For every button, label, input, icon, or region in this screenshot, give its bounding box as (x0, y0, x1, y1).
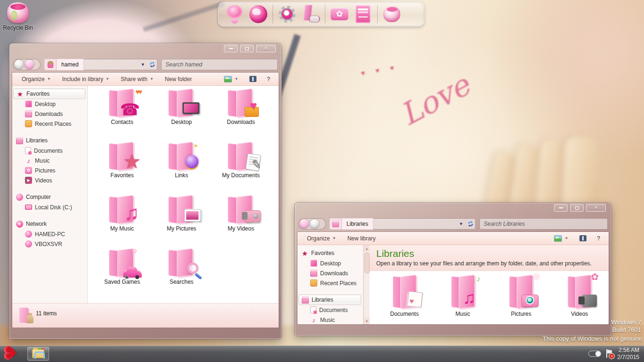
search-box[interactable] (161, 59, 278, 70)
sidebar-item-recent-places[interactable]: Recent Places (297, 278, 363, 288)
sidebar-item-desktop[interactable]: Desktop (12, 99, 87, 109)
sidebar-item-documents[interactable]: Documents (297, 305, 363, 315)
sidebar-item-hamed-pc[interactable]: HAMED-PC (12, 229, 87, 239)
file-searches[interactable]: Searches (152, 249, 211, 303)
hamed-titlebar[interactable]: ✕ (12, 43, 279, 58)
close-button[interactable]: ✕ (256, 45, 276, 52)
sidebar-item-recent-places[interactable]: Recent Places (12, 119, 87, 129)
sidebar-item-libraries[interactable]: Libraries (12, 135, 87, 146)
sidebar-item-favorites[interactable]: ★Favorites (13, 89, 85, 99)
sidebar-label: Downloads (320, 270, 348, 277)
sidebar-item-favorites[interactable]: ★Favorites (297, 248, 363, 258)
file-contacts[interactable]: ☎♥♥ Contacts (92, 90, 152, 143)
preview-pane-button[interactable] (575, 233, 591, 244)
sidebar-item-music[interactable]: ♪Music (12, 156, 87, 165)
scrollbar-thumb[interactable] (364, 253, 370, 273)
help-button[interactable]: ? (593, 235, 604, 242)
action-center-flag-icon[interactable]: × (605, 349, 613, 358)
taskbar-clock[interactable]: 2:56 AM 2/7/2015 (617, 347, 641, 361)
file-favorites[interactable]: ★ Favorites (92, 143, 152, 196)
minimize-button[interactable] (554, 204, 568, 212)
new-folder-button[interactable]: New folder (160, 74, 197, 84)
globe-icon[interactable] (249, 5, 268, 24)
sidebar-item-network[interactable]: ✛Network (12, 219, 87, 229)
scroll-up-icon[interactable]: ▲ (364, 245, 370, 252)
sidebar-item-downloads[interactable]: Downloads (12, 109, 87, 119)
desktop-icon-recycle-bin[interactable]: Recycle Bin (1, 2, 35, 31)
sidebar-item-music[interactable]: ♪Music (297, 315, 363, 324)
preview-pane-button[interactable] (245, 74, 261, 84)
chevron-down-icon: ▼ (234, 77, 238, 81)
address-dropdown-icon[interactable]: ▼ (457, 222, 465, 226)
bowl-icon[interactable] (382, 5, 401, 24)
refresh-icon[interactable] (465, 218, 476, 230)
forward-button[interactable] (25, 60, 34, 69)
address-bar[interactable]: Libraries ▼ (330, 218, 476, 230)
search-input[interactable] (479, 218, 608, 230)
file-desktop[interactable]: Desktop (152, 90, 211, 143)
sidebar-item-documents[interactable]: Documents (12, 146, 87, 156)
close-button[interactable]: ✕ (586, 204, 606, 212)
help-button[interactable]: ? (263, 76, 274, 82)
console-icon[interactable] (301, 5, 320, 24)
file-saved-games[interactable]: ◌ Saved Games (92, 249, 152, 303)
library-videos[interactable]: ✿ Videos (550, 276, 609, 317)
file-my-pictures[interactable]: My Pictures (152, 196, 211, 249)
gear-icon[interactable] (278, 5, 297, 24)
library-music[interactable]: ♫♪ Music (434, 276, 492, 317)
sidebar-label: Pictures (35, 167, 55, 174)
breadcrumb[interactable]: Libraries (342, 218, 373, 230)
sidebar-item-downloads[interactable]: Downloads (297, 268, 363, 278)
drive-icon[interactable] (330, 5, 349, 24)
address-dropdown-icon[interactable]: ▼ (139, 62, 147, 67)
organize-menu[interactable]: Organize▼ (17, 74, 56, 84)
search-box[interactable] (479, 218, 608, 230)
cabinet-icon[interactable] (354, 5, 372, 24)
file-label: My Videos (228, 225, 254, 232)
file-my-videos[interactable]: My Videos (211, 196, 271, 249)
taskbar: × 2:56 AM 2/7/2015 (0, 346, 644, 362)
forward-button[interactable] (310, 219, 319, 229)
address-bar[interactable]: hamed ▼ (44, 59, 157, 70)
search-input[interactable] (161, 59, 278, 70)
file-downloads[interactable]: ♥ Downloads (211, 90, 271, 143)
libraries-titlebar[interactable]: ✕ (297, 203, 609, 217)
maximize-button[interactable] (570, 204, 584, 212)
new-library-button[interactable]: New library (343, 233, 380, 244)
library-music-icon: ♫♪ (449, 276, 477, 310)
share-with-menu[interactable]: Share with▼ (116, 74, 158, 84)
start-button[interactable] (0, 346, 22, 362)
sidebar-item-vboxsvr[interactable]: VBOXSVR (12, 239, 87, 249)
sidebar-gap (12, 212, 87, 219)
include-in-library-menu[interactable]: Include in library▼ (58, 74, 114, 84)
sidebar-item-libraries[interactable]: Libraries (298, 295, 361, 305)
maximize-button[interactable] (240, 45, 254, 52)
minimize-button[interactable] (224, 45, 238, 52)
file-my-documents[interactable]: ✎ My Documents (211, 143, 271, 196)
hidden-icons-toggle[interactable] (588, 351, 601, 357)
taskbar-explorer-button[interactable] (27, 347, 49, 361)
sidebar-item-videos[interactable]: ▶Videos (12, 175, 87, 185)
breadcrumb[interactable]: hamed (57, 59, 84, 70)
back-button[interactable] (299, 219, 309, 229)
change-view-button[interactable]: ▼ (549, 233, 573, 244)
sidebar-item-local-disk[interactable]: Local Disk (C:) (12, 202, 87, 212)
change-view-button[interactable]: ▼ (219, 74, 243, 84)
dock-divider (377, 5, 378, 24)
recycle-bin-icon[interactable] (7, 2, 29, 23)
sidebar-scrollbar[interactable]: ▲ ▼ (363, 245, 370, 324)
music-note-icon: ♪ (25, 157, 32, 164)
sidebar-item-computer[interactable]: Computer (12, 192, 87, 202)
file-links[interactable]: ★ · Links (152, 143, 211, 196)
back-button[interactable] (14, 60, 24, 69)
screen-icon[interactable] (225, 5, 244, 24)
library-pictures[interactable]: ✿ Pictures (492, 276, 551, 317)
refresh-icon[interactable] (147, 59, 157, 70)
file-my-music[interactable]: ♫ My Music (92, 196, 152, 249)
sidebar-item-pictures[interactable]: ✿Pictures (12, 165, 87, 175)
library-documents[interactable]: Documents (375, 276, 434, 317)
scroll-down-icon[interactable]: ▼ (364, 318, 370, 324)
camcorder-icon (226, 196, 256, 224)
organize-menu[interactable]: Organize▼ (302, 233, 341, 244)
sidebar-item-desktop[interactable]: Desktop (297, 258, 363, 268)
